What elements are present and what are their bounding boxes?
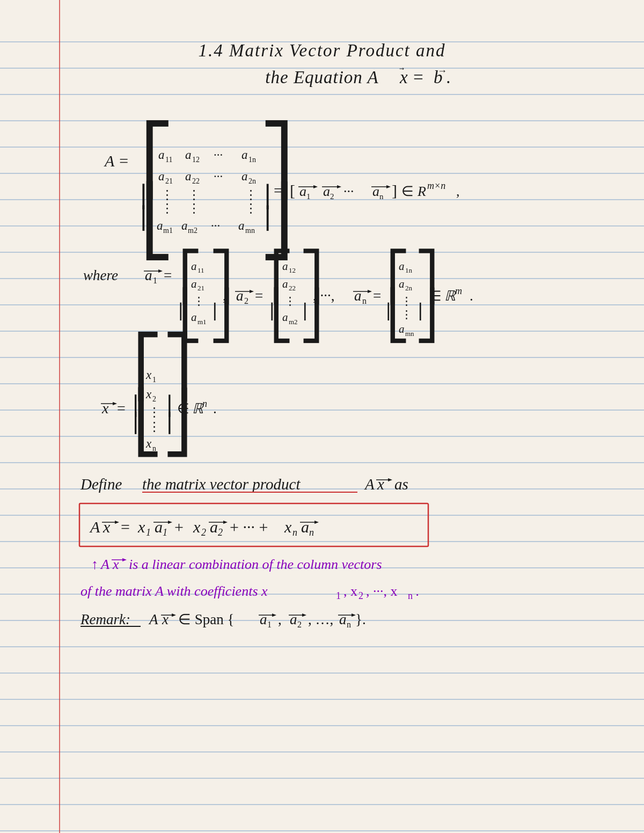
purple-is-linear: is a linear combination of the column ve… — [129, 557, 382, 572]
col-a2-sub: 2 — [330, 192, 334, 201]
vdots2b: ⋮ — [188, 201, 200, 215]
where-eqn: = — [373, 288, 381, 304]
math-content: 1.4 Matrix Vector Product and the Equati… — [0, 0, 644, 833]
def-plus1: + — [174, 518, 184, 536]
arrow-a1-head — [313, 185, 318, 188]
where-a2: a — [236, 288, 244, 304]
purple-sub1: 1 — [336, 590, 341, 601]
mxn-sup: m×n — [427, 180, 445, 191]
cv2-e1-sub: 12 — [289, 266, 296, 274]
define-as: as — [394, 476, 408, 493]
arrow-where-a1-head — [158, 269, 163, 273]
cvn-vdots1: ⋮ — [401, 295, 412, 308]
define-word: Define — [80, 476, 122, 493]
cv1-e1: a — [191, 260, 197, 273]
where-label: where — [83, 267, 118, 283]
real-R: R — [417, 184, 426, 199]
remark-comma1: , — [278, 611, 282, 627]
remark-x: x — [162, 611, 169, 627]
a21-sub: 21 — [165, 177, 173, 185]
col-an-sub: n — [379, 192, 384, 201]
a11-sub: 11 — [165, 156, 172, 164]
a21: a — [158, 170, 165, 183]
arrow-remark-a2-head — [302, 613, 306, 617]
def-x2: x — [193, 518, 201, 536]
cv2-e2: a — [282, 277, 288, 290]
remark-an: a — [339, 611, 347, 627]
col-an: a — [372, 184, 379, 199]
dots1: ··· — [214, 148, 223, 162]
cv2-em-sub: m2 — [289, 318, 298, 326]
def-an: a — [301, 518, 309, 536]
where-a2-sub: 2 — [244, 296, 248, 305]
n-sup: n — [202, 398, 207, 409]
xn-sub: n — [152, 444, 156, 452]
a2n-sub: 2n — [248, 177, 256, 185]
cvn-em-sub: mn — [405, 330, 414, 338]
the-matrix-vector-product-text: the matrix vector product — [142, 476, 301, 493]
arrow-remark-x-head — [172, 613, 176, 617]
def-plus2: + ··· + — [230, 518, 268, 536]
cv2-em: a — [282, 311, 288, 324]
def-xn-sub: n — [292, 527, 297, 538]
cvn-e1-sub: 1n — [405, 266, 413, 274]
where-an-sub: n — [362, 296, 367, 305]
def-a2: a — [210, 518, 218, 536]
a11: a — [158, 148, 165, 162]
title-line1: 1.4 Matrix Vector Product and — [199, 41, 446, 60]
remark-a1: a — [260, 611, 267, 627]
x-vdots1: ⋮ — [148, 405, 160, 419]
arrow-def-a2-head — [223, 521, 228, 524]
arrow-remark-a1-head — [272, 613, 276, 617]
real-rm: ℝ — [444, 288, 456, 304]
remark-ellipsis: , …, — [308, 611, 333, 627]
elem-rn: ∈ — [177, 401, 189, 416]
arrow-x-head — [113, 402, 117, 405]
cv2-vdots: ⋮ — [284, 295, 296, 308]
arrow-where-an-head — [368, 290, 372, 293]
vdots3b: ⋮ — [245, 201, 257, 215]
remark-close: }. — [355, 611, 366, 627]
elem-rm: ∈ — [429, 288, 442, 304]
a12-sub: 12 — [192, 156, 200, 164]
period-x: . — [213, 400, 217, 416]
def-x: x — [103, 518, 111, 536]
comma-after-mxn: , — [456, 184, 460, 199]
define-A: A — [364, 476, 375, 493]
def-xn: x — [284, 518, 292, 536]
remark-A: A — [148, 611, 158, 627]
def-x1-sub: 1 — [146, 527, 151, 538]
cvn-vdots2: ⋮ — [401, 308, 412, 321]
x-label: x — [101, 400, 109, 416]
a22-sub: 22 — [192, 177, 200, 185]
purple-Ax: A — [100, 557, 109, 572]
open-sq-bracket: [ — [290, 181, 295, 199]
xn: x — [145, 437, 152, 450]
cv1-em-sub: m1 — [197, 318, 207, 326]
svg-text:→: → — [437, 65, 447, 76]
cvn-e1: a — [399, 260, 405, 273]
a2n: a — [241, 170, 248, 183]
am1-sub: m1 — [163, 226, 173, 235]
period-where: . — [470, 288, 473, 304]
where-a1-sub: 1 — [153, 276, 157, 285]
purple-arrow-up: ↑ — [91, 557, 98, 572]
amn-sub: mn — [245, 226, 255, 235]
def-eq: = — [121, 518, 130, 536]
dots3: ··· — [211, 219, 220, 232]
remark-a1-sub: 1 — [267, 620, 272, 629]
where-a1: a — [145, 267, 152, 283]
a12: a — [185, 148, 192, 162]
cv2-e1: a — [282, 260, 288, 273]
vdots2: ⋮ — [188, 188, 200, 201]
remark-a2: a — [290, 611, 297, 627]
x-eq: = — [117, 400, 126, 416]
cv1-e2-sub: 21 — [197, 284, 204, 292]
membership-elem: ∈ — [401, 184, 414, 199]
where-eq2: = — [255, 288, 263, 304]
where-an: a — [354, 288, 362, 304]
title-period: . — [447, 68, 451, 87]
def-x2-sub: 2 — [201, 527, 206, 538]
cv1-bracket-r-bot: ⎦ — [209, 287, 233, 344]
cvn-em: a — [399, 323, 405, 335]
